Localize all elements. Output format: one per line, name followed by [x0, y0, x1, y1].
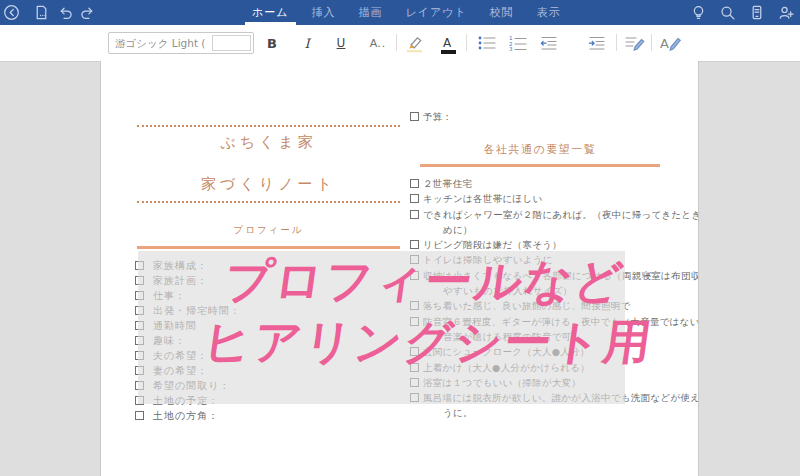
undo-icon[interactable]	[57, 4, 74, 21]
checkbox[interactable]	[410, 179, 419, 188]
dotted-divider-top	[137, 125, 400, 127]
numbered-list-icon[interactable]: 1 2 3	[507, 32, 529, 54]
checklist-item-label: リビング階段は嫌だ（寒そう）	[423, 239, 562, 250]
watermark-text-line2: ヒアリングシート用	[201, 318, 656, 365]
ribbon-tabs: ホーム挿入描画レイアウト校閲表示	[252, 0, 561, 25]
checklist-item[interactable]: めに）	[410, 222, 698, 237]
section-heading-requests: 各社共通の要望一覧	[420, 142, 660, 157]
checkbox[interactable]	[410, 194, 419, 203]
outdent-icon[interactable]	[538, 32, 560, 54]
checklist-item-label: キッチンは各世帯にほしい	[423, 193, 543, 204]
title-bar: ホーム挿入描画レイアウト校閲表示	[0, 0, 800, 25]
mobile-view-icon[interactable]	[748, 4, 765, 21]
svg-text:A: A	[660, 36, 669, 51]
ribbon-tab[interactable]: 表示	[537, 0, 561, 25]
checklist-item[interactable]: ２世帯住宅	[410, 176, 698, 191]
checklist-item-label: めに）	[443, 224, 473, 235]
format-painter-icon[interactable]	[622, 32, 648, 54]
checklist-item-label: 土地の方角：	[153, 410, 219, 421]
document-page[interactable]: ぶちくま家 家づくりノート プロフィール 家族構成： 家族計画： 仕事： 出発・…	[101, 61, 698, 476]
italic-button[interactable]: I	[296, 32, 318, 54]
ribbon-tab[interactable]: 描画	[359, 0, 383, 25]
document-canvas: ぶちくま家 家づくりノート プロフィール 家族構成： 家族計画： 仕事： 出発・…	[0, 61, 800, 476]
file-icon[interactable]	[33, 4, 50, 21]
checkbox[interactable]	[135, 411, 144, 420]
indent-icon[interactable]	[586, 32, 608, 54]
redo-icon[interactable]	[79, 4, 96, 21]
doc-title-line1: ぶちくま家	[137, 133, 400, 152]
bullet-list-icon[interactable]	[476, 32, 498, 54]
font-name-value: 游ゴシック Light (	[115, 33, 205, 53]
add-person-icon[interactable]	[777, 4, 794, 21]
ribbon-toolbar: 游ゴシック Light ( B I U A.. A 1 2 3	[0, 25, 800, 62]
budget-item-container: 予算：	[410, 109, 698, 124]
checklist-item-label: ２世帯住宅	[423, 178, 472, 189]
underline-button[interactable]: U	[330, 32, 352, 54]
checklist-item-label: できればシャワー室が２階にあれば。（夜中に帰ってきたときのた	[423, 209, 698, 220]
checklist-item[interactable]: 土地の方角：	[135, 408, 415, 423]
ribbon-tab[interactable]: ホーム	[252, 0, 289, 25]
section-heading-profile: プロフィール	[137, 224, 400, 237]
ribbon-tab[interactable]: レイアウト	[406, 0, 467, 25]
checklist-item[interactable]: キッチンは各世帯にほしい	[410, 191, 698, 206]
font-color-icon[interactable]: A	[436, 32, 458, 54]
checklist-item[interactable]: できればシャワー室が２階にあれば。（夜中に帰ってきたときのた	[410, 207, 698, 222]
ribbon-tab[interactable]: 校閲	[490, 0, 514, 25]
font-formatting-button[interactable]: A..	[364, 32, 392, 54]
section-rule-profile	[137, 246, 400, 249]
dotted-divider-bottom	[137, 201, 400, 203]
checkbox[interactable]	[410, 210, 419, 219]
highlighter-icon[interactable]	[402, 32, 428, 54]
search-icon[interactable]	[719, 4, 736, 21]
checklist-item[interactable]: うに。	[410, 405, 698, 420]
text-format-icon[interactable]: A	[657, 32, 685, 54]
ribbon-tab[interactable]: 挿入	[312, 0, 336, 25]
checkbox[interactable]	[410, 112, 419, 121]
checklist-item-label: うに。	[443, 407, 473, 418]
checklist-item-label: 予算：	[423, 111, 452, 122]
font-size-input[interactable]	[212, 35, 251, 51]
back-icon[interactable]	[3, 4, 20, 21]
checklist-item[interactable]: 予算：	[410, 109, 698, 124]
checkbox[interactable]	[410, 240, 419, 249]
font-name-select[interactable]: 游ゴシック Light (	[108, 32, 254, 54]
doc-title-line2: 家づくりノート	[137, 175, 400, 194]
bold-button[interactable]: B	[261, 32, 283, 54]
watermark-text-line1: プロフィールなど	[222, 257, 628, 304]
svg-text:3: 3	[509, 46, 513, 51]
section-rule-requests	[420, 164, 660, 167]
lightbulb-icon[interactable]	[690, 4, 707, 21]
